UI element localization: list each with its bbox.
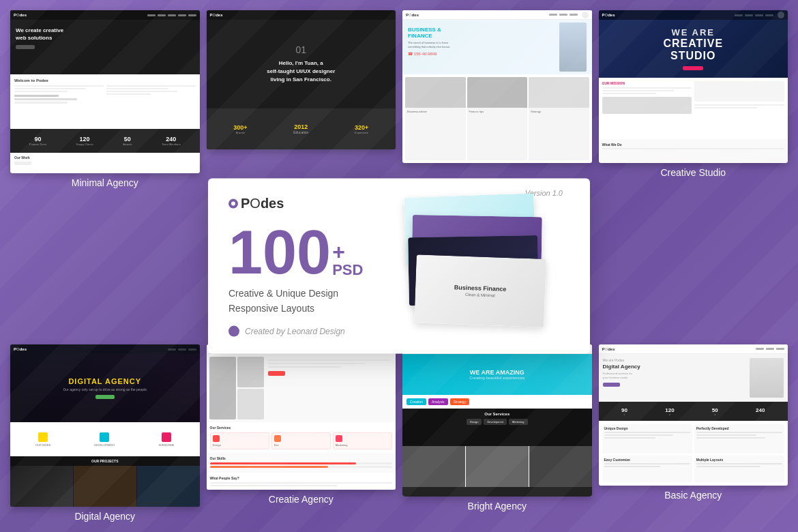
promo-psd: PSD <box>332 263 363 278</box>
promo-number: 100 <box>228 222 331 283</box>
promo-line1: Creative & Unique Design <box>228 286 363 301</box>
promo-stack: Version 1.0 Creative & Business Professi… <box>376 196 570 332</box>
center-promo: POdes 100 + PSD Creative & Unique Design… <box>208 179 590 354</box>
creator-text: Created by Leonard Design <box>245 326 345 336</box>
brand-name-text: POdes <box>241 196 284 211</box>
creator-icon <box>228 325 239 336</box>
brand-logo: POdes <box>228 196 363 211</box>
promo-line2: Responsive Layouts <box>228 301 363 316</box>
promo-plus: + <box>332 241 345 263</box>
creator-tag: Created by Leonard Design <box>228 325 363 336</box>
promo-text-block: POdes 100 + PSD Creative & Unique Design… <box>228 196 363 337</box>
promo-number-block: 100 + PSD <box>228 222 363 283</box>
promo-desc: Creative & Unique Design Responsive Layo… <box>228 286 363 316</box>
